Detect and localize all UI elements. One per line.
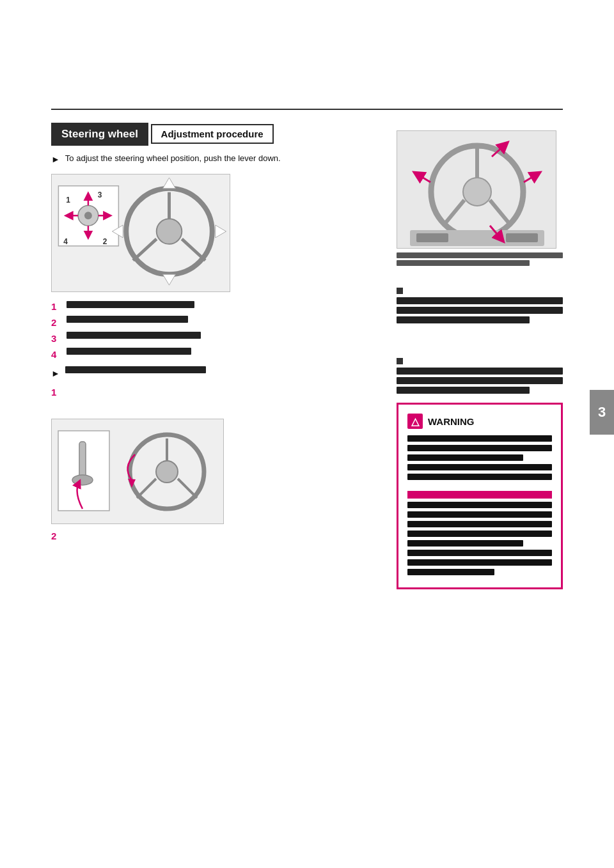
section-header: Steering wheel [51, 123, 148, 146]
lever-svg [52, 419, 224, 524]
section-number: 3 [598, 404, 606, 421]
intro-text: To adjust the steering wheel position, p… [65, 152, 281, 165]
proc-step-1-num: 1 [51, 385, 61, 410]
lever-diagram [51, 419, 224, 524]
steps-list: 1 2 3 4 [51, 300, 377, 361]
adjust-text [65, 366, 206, 373]
bullet-arrow: ► [51, 153, 60, 166]
adjust-arrow: ► [51, 367, 60, 380]
step-3: 3 [51, 332, 377, 345]
warning-title-text: WARNING [428, 416, 475, 427]
procedure-step-1: 1 [51, 385, 377, 410]
svg-point-3 [84, 212, 92, 219]
note-1-icon [397, 288, 403, 294]
procedure-step-2: 2 [51, 529, 377, 563]
section-title: Steering wheel [61, 128, 138, 140]
warning-body [407, 435, 552, 575]
proc-step-2-num: 2 [51, 529, 61, 563]
note-2-container [397, 355, 563, 394]
step-4: 4 [51, 348, 377, 361]
svg-point-34 [463, 178, 491, 206]
left-column: Steering wheel Adjustment procedure ► To… [51, 123, 377, 589]
warning-icon: △ [407, 414, 423, 429]
right-img-caption [397, 252, 563, 266]
step-3-text [67, 332, 201, 339]
steering-diagram: 1 2 3 4 [51, 174, 230, 292]
note-1-text [397, 297, 563, 323]
right-column: △ WARNING [397, 123, 563, 589]
step-4-text [67, 348, 191, 355]
sub-header: Adjustment procedure [151, 124, 274, 144]
step-2-num: 2 [51, 316, 61, 329]
right-steering-diagram [397, 130, 556, 249]
section-tab: 3 [590, 390, 614, 435]
svg-point-25 [72, 475, 93, 485]
step-1: 1 [51, 300, 377, 313]
svg-text:2: 2 [103, 237, 107, 246]
svg-rect-40 [506, 233, 538, 242]
svg-point-27 [156, 461, 178, 483]
svg-point-13 [157, 219, 182, 244]
svg-rect-39 [416, 233, 448, 242]
warning-box: △ WARNING [397, 403, 563, 589]
step-2: 2 [51, 316, 377, 329]
main-content: Steering wheel Adjustment procedure ► To… [0, 110, 614, 589]
step-1-text [67, 300, 194, 313]
note-2-icon [397, 358, 403, 364]
right-steering-svg [397, 131, 556, 249]
step-2-text [67, 316, 188, 323]
svg-rect-24 [79, 442, 86, 477]
step-3-num: 3 [51, 332, 61, 345]
svg-text:1: 1 [66, 196, 70, 205]
note-1-container [397, 285, 563, 323]
step-4-num: 4 [51, 348, 61, 361]
step-1-num: 1 [51, 300, 61, 313]
page: Steering wheel Adjustment procedure ► To… [0, 109, 614, 868]
svg-text:4: 4 [63, 237, 68, 246]
steering-svg: 1 2 3 4 [52, 174, 230, 291]
sub-header-label: Adjustment procedure [161, 128, 264, 139]
intro-bullet: ► To adjust the steering wheel position,… [51, 152, 377, 166]
warning-header: △ WARNING [407, 414, 552, 429]
adjust-bullet: ► [51, 366, 377, 380]
svg-text:3: 3 [98, 190, 102, 199]
note-2-text [397, 368, 563, 394]
